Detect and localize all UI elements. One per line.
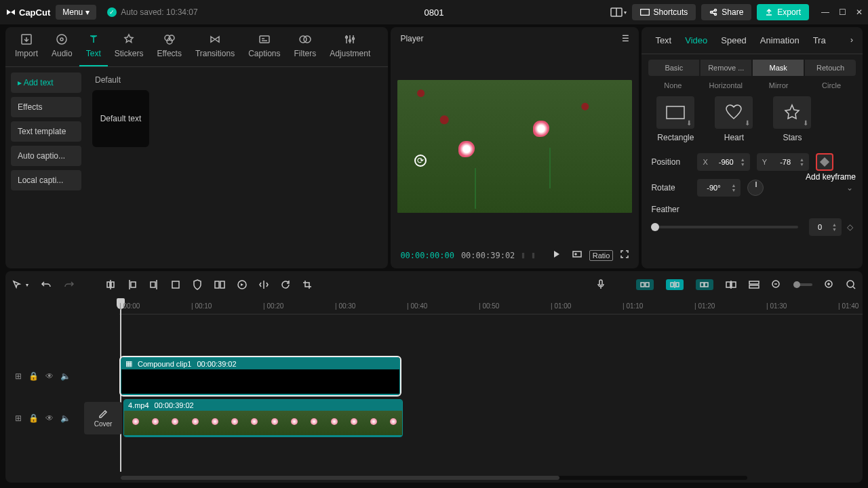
delete-right-icon[interactable] <box>149 279 159 290</box>
prop-tab-speed[interactable]: Speed <box>714 27 753 54</box>
columns-icon-2[interactable]: ⦀ <box>532 251 535 260</box>
reverse-icon[interactable] <box>237 280 247 289</box>
prop-tab-video[interactable]: Video <box>678 27 714 54</box>
tab-adjustment[interactable]: Adjustment <box>323 27 377 66</box>
mask-heart[interactable]: ⬇Heart <box>709 96 758 142</box>
minimize-icon[interactable]: — <box>821 7 829 17</box>
default-text-thumb[interactable]: Default text <box>92 90 149 147</box>
sub-tab-mask[interactable]: Mask <box>753 60 804 76</box>
timeline-scrollbar[interactable] <box>5 473 863 483</box>
layout-icon[interactable]: ▾ <box>610 7 627 17</box>
tab-stickers[interactable]: Stickers <box>108 27 151 66</box>
flip-h-icon[interactable] <box>259 280 269 289</box>
player-viewport[interactable]: ⟳ <box>391 50 639 242</box>
track-mute-icon[interactable]: 🔈 <box>60 413 71 423</box>
track-visible-icon[interactable]: 👁 <box>45 371 54 381</box>
mask-rectangle[interactable]: ⬇Rectangle <box>651 96 700 142</box>
fullscreen-icon[interactable] <box>620 249 629 261</box>
tab-import[interactable]: Import <box>8 27 45 66</box>
delete-left-icon[interactable] <box>127 279 137 290</box>
y-spinner[interactable]: ▲▼ <box>798 156 809 168</box>
video-clip[interactable]: 4.mp400:00:39:02 <box>123 399 403 437</box>
crop-icon[interactable] <box>171 280 180 289</box>
sub-tab-retouch[interactable]: Retouch <box>805 60 856 76</box>
expand-icon[interactable]: ⌄ <box>846 183 853 192</box>
track-add-icon[interactable]: ⊞ <box>15 371 22 381</box>
track-mute-icon[interactable]: 🔈 <box>60 371 71 381</box>
crop-tool-icon[interactable] <box>302 280 312 289</box>
feather-value[interactable] <box>809 223 831 231</box>
mask-stars[interactable]: ⬇Stars <box>768 96 816 142</box>
rotate-spinner[interactable]: ▲▼ <box>730 182 741 194</box>
columns-icon[interactable]: ⦀ <box>521 251 525 260</box>
track-lock-icon[interactable]: 🔒 <box>28 371 39 381</box>
feather-input[interactable]: ▲▼ <box>809 218 842 236</box>
y-value[interactable] <box>772 158 798 166</box>
redo-icon[interactable] <box>64 280 75 289</box>
sidebar-item-add-text[interactable]: Add text <box>11 73 81 93</box>
position-y-input[interactable]: Y▲▼ <box>757 153 809 171</box>
tab-captions[interactable]: Captions <box>241 27 287 66</box>
sub-tab-basic[interactable]: Basic <box>648 60 699 76</box>
track-lock-icon[interactable]: 🔒 <box>28 413 39 423</box>
zoom-fit-icon[interactable] <box>846 280 856 289</box>
cover-button[interactable]: Cover <box>84 402 122 434</box>
track-add-icon[interactable]: ⊞ <box>15 413 22 423</box>
feather-spinner[interactable]: ▲▼ <box>831 221 842 233</box>
timeline-ruler[interactable]: | 00:00| 00:10| 00:20| 00:30| 00:40| 00:… <box>119 298 863 314</box>
select-tool-icon[interactable] <box>12 280 22 289</box>
split-icon[interactable] <box>106 279 115 290</box>
sidebar-item-local-captions[interactable]: Local capti... <box>11 170 81 190</box>
shortcuts-button[interactable]: Shortcuts <box>632 4 696 20</box>
select-dropdown-icon[interactable]: ▾ <box>26 282 28 288</box>
rotate-icon[interactable] <box>281 280 290 289</box>
mirror-icon[interactable] <box>214 280 225 289</box>
export-button[interactable]: Export <box>757 4 809 20</box>
tab-text[interactable]: Text <box>79 27 108 66</box>
scrollbar-thumb[interactable] <box>121 476 559 480</box>
x-spinner[interactable]: ▲▼ <box>739 156 750 168</box>
snap-main-icon[interactable] <box>636 279 654 290</box>
tab-transitions[interactable]: Transitions <box>189 27 241 66</box>
menu-button[interactable]: Menu ▾ <box>56 5 96 20</box>
zoom-out-icon[interactable] <box>772 280 781 289</box>
snap-link-icon[interactable] <box>696 279 713 290</box>
play-button[interactable] <box>551 249 561 261</box>
track-visible-icon[interactable]: 👁 <box>45 413 54 423</box>
compare-icon[interactable] <box>572 249 583 262</box>
preview-cut-icon[interactable] <box>726 281 736 289</box>
share-button[interactable]: Share <box>701 4 751 20</box>
zoom-in-icon[interactable] <box>825 280 834 289</box>
snap-track-icon[interactable] <box>666 279 684 290</box>
feather-keyframe-icon[interactable]: ◇ <box>847 222 853 232</box>
rotate-wheel[interactable] <box>747 180 764 196</box>
mask-horizontal[interactable]: Horizontal <box>704 81 747 89</box>
sidebar-item-auto-captions[interactable]: Auto captio... <box>11 146 81 166</box>
mask-circle[interactable]: Circle <box>810 81 853 89</box>
mic-icon[interactable] <box>597 279 605 290</box>
track-options-icon[interactable] <box>749 281 760 289</box>
sidebar-item-effects[interactable]: Effects <box>11 97 81 117</box>
tab-effects[interactable]: Effects <box>150 27 188 66</box>
tabs-more-icon[interactable]: › <box>848 27 856 54</box>
undo-icon[interactable] <box>41 280 52 289</box>
tab-filters[interactable]: Filters <box>288 27 323 66</box>
sub-tab-remove[interactable]: Remove ... <box>701 60 751 76</box>
sidebar-item-text-template[interactable]: Text template <box>11 121 81 142</box>
prop-tab-text[interactable]: Text <box>648 27 678 54</box>
prop-tab-tracking[interactable]: Tra <box>806 27 833 54</box>
position-x-input[interactable]: X▲▼ <box>697 153 749 171</box>
player-menu-icon[interactable]: ☰ <box>622 34 629 43</box>
feather-slider[interactable] <box>651 226 798 228</box>
mask-icon[interactable] <box>193 279 202 290</box>
mask-mirror[interactable]: Mirror <box>757 81 800 89</box>
tab-audio[interactable]: Audio <box>45 27 79 66</box>
prop-tab-animation[interactable]: Animation <box>753 27 806 54</box>
maximize-icon[interactable]: ☐ <box>839 7 846 17</box>
rotate-input[interactable]: ▲▼ <box>697 179 741 197</box>
close-icon[interactable]: ✕ <box>856 7 863 17</box>
ratio-button[interactable]: Ratio <box>589 250 614 261</box>
slider-thumb[interactable] <box>651 223 659 231</box>
rotate-value[interactable] <box>697 184 730 192</box>
mask-none[interactable]: None <box>651 81 694 89</box>
